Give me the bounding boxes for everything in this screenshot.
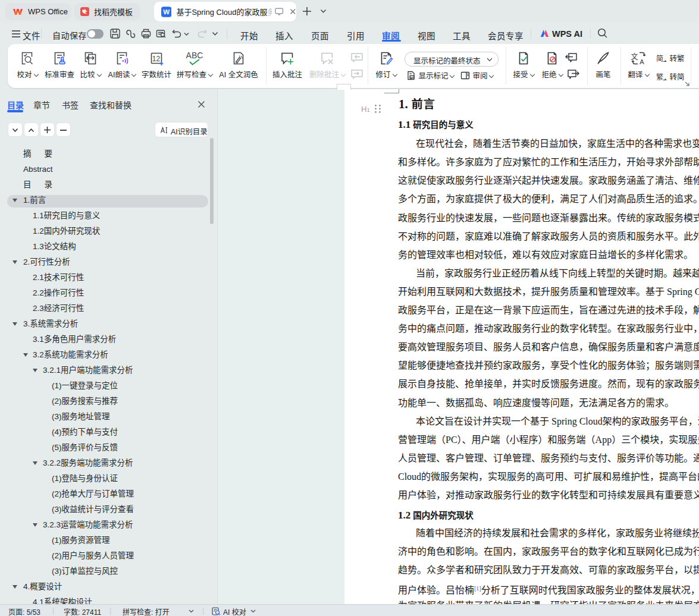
svg-text:W: W bbox=[163, 8, 170, 15]
svg-text:简: 简 bbox=[656, 55, 663, 63]
svg-text:12: 12 bbox=[152, 55, 161, 63]
svg-text:繁: 繁 bbox=[656, 73, 663, 81]
svg-text:文: 文 bbox=[631, 52, 638, 61]
svg-text:A: A bbox=[640, 58, 644, 65]
svg-text:ABC: ABC bbox=[186, 51, 203, 60]
